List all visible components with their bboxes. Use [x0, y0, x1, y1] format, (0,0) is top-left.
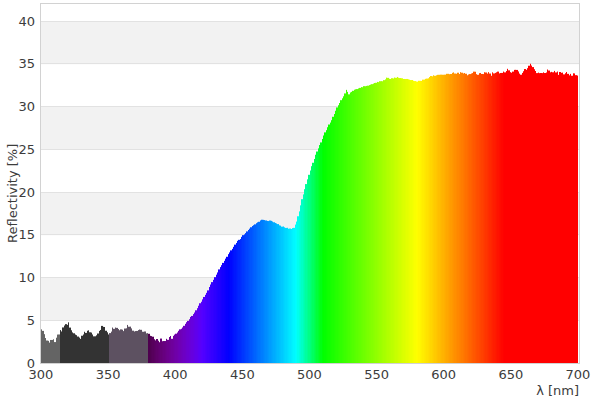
- x-tick-label: 300: [11, 366, 71, 384]
- x-tick-label: 500: [280, 366, 340, 384]
- y-tick-label: 30: [0, 98, 35, 116]
- x-axis-title: λ [nm]: [0, 383, 579, 398]
- y-axis-title: Reflectivity [%]: [5, 144, 20, 243]
- spectrum-plot-canvas: [41, 4, 579, 363]
- plot-area: [40, 3, 580, 364]
- x-tick-label: 550: [347, 366, 407, 384]
- x-tick-label: 700: [548, 366, 600, 384]
- x-tick-label: 600: [414, 366, 474, 384]
- spectral-reflectivity-chart: lamps.licht-im-terrarium.de > 11 0510152…: [0, 0, 600, 400]
- y-tick-label: 10: [0, 269, 35, 287]
- x-tick-label: 450: [212, 366, 272, 384]
- y-tick-label: 40: [0, 13, 35, 31]
- x-tick-label: 400: [145, 366, 205, 384]
- y-tick-label: 5: [0, 312, 35, 330]
- x-tick-label: 350: [78, 366, 138, 384]
- x-tick-label: 650: [481, 366, 541, 384]
- y-tick-label: 35: [0, 55, 35, 73]
